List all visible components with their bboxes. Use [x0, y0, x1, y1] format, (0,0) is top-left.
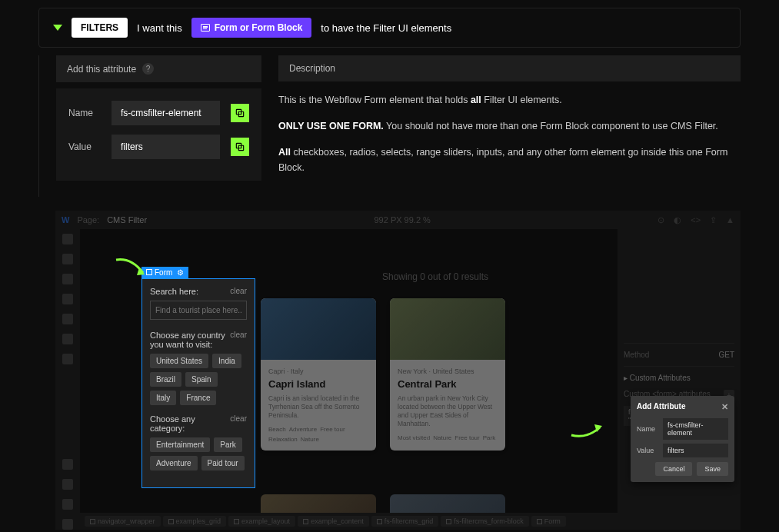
description-header: Description — [278, 55, 741, 81]
config-top-bar: FILTERS I want this Form or Form Block t… — [38, 8, 741, 48]
filter-form-panel: Search here:clear Choose any country you… — [141, 278, 255, 488]
name-label: Name — [68, 108, 101, 118]
popup-title: Add Attribute — [637, 402, 686, 412]
webflow-embed-screenshot: W Page: CMS Filter 992 PX 99.2 % ⊙◐<>⇪▲ … — [55, 211, 741, 530]
result-card: Capri · Italy Capri Island Capri is an i… — [261, 298, 376, 451]
value-value[interactable]: filters — [112, 135, 220, 159]
country-tag[interactable]: France — [180, 391, 216, 405]
category-tag[interactable]: Paid tour — [201, 456, 245, 470]
country-tag[interactable]: India — [212, 354, 241, 368]
category-tags: EntertainmentParkAdventurePaid tour — [150, 437, 247, 470]
add-attribute-popup: Add Attribute ✕ Name fs-cmsfilter-elemen… — [631, 396, 734, 482]
save-button[interactable]: Save — [697, 462, 728, 476]
webflow-top-bar: W Page: CMS Filter 992 PX 99.2 % ⊙◐<>⇪▲ — [55, 211, 741, 229]
copy-value-button[interactable] — [231, 138, 249, 156]
breadcrumb-item[interactable]: example_content — [298, 516, 369, 527]
form-icon — [201, 24, 210, 32]
country-tag[interactable]: Italy — [150, 391, 176, 405]
name-value[interactable]: fs-cmsfilter-element — [112, 101, 220, 125]
country-tag[interactable]: Spain — [185, 372, 218, 387]
webflow-canvas: Form ⚙ Search here:clear Choose any coun… — [80, 229, 618, 530]
popup-name-input[interactable]: fs-cmsfilter-element — [663, 418, 728, 440]
attribute-heading: Add this attribute — [67, 64, 136, 75]
result-card: New York · United States Central Park An… — [390, 298, 505, 451]
config-text-suffix: to have the Filter UI elements — [321, 22, 451, 34]
breadcrumb-item[interactable]: navigator_wrapper — [85, 516, 161, 527]
search-input[interactable] — [150, 301, 247, 320]
breadcrumb-item[interactable]: Form — [531, 516, 566, 527]
country-tags: United StatesIndiaBrazilSpainItalyFrance — [150, 354, 247, 405]
cancel-button[interactable]: Cancel — [655, 462, 692, 476]
annotation-arrow-right — [568, 420, 606, 443]
breadcrumb-item[interactable]: fs-filtercms_form-block — [441, 516, 529, 527]
breadcrumb-item[interactable]: example_layout — [228, 516, 295, 527]
attribute-box: Name fs-cmsfilter-element Value filters — [56, 88, 261, 181]
config-text-prefix: I want this — [137, 22, 182, 34]
webflow-left-toolbar — [55, 229, 80, 530]
description-body: This is the Webflow Form element that ho… — [278, 81, 741, 197]
category-tag[interactable]: Entertainment — [150, 437, 210, 452]
popup-value-label: Value — [637, 447, 658, 454]
copy-name-button[interactable] — [231, 104, 249, 122]
category-tag[interactable]: Adventure — [150, 456, 198, 470]
popup-value-input[interactable]: filters — [663, 444, 728, 457]
form-chip-label: Form or Form Block — [215, 22, 303, 33]
breadcrumb-item[interactable]: fs-filtercms_grid — [371, 516, 439, 527]
webflow-right-panel: MethodGET ▸ Custom Attributes Custom <fo… — [618, 229, 741, 530]
popup-name-label: Name — [637, 425, 658, 433]
triangle-down-icon — [53, 25, 62, 31]
description-heading: Description — [289, 63, 335, 74]
value-label: Value — [68, 141, 101, 152]
webflow-breadcrumbs: navigator_wrapperexamples_gridexample_la… — [80, 513, 741, 530]
breadcrumb-item[interactable]: examples_grid — [163, 516, 227, 527]
category-tag[interactable]: Park — [214, 437, 242, 452]
help-icon[interactable]: ? — [142, 63, 154, 75]
annotation-arrow-left — [112, 254, 151, 284]
country-tag[interactable]: United States — [150, 354, 208, 368]
results-count: Showing 0 out of 0 results — [261, 271, 610, 282]
close-icon[interactable]: ✕ — [721, 402, 728, 412]
attribute-section-header: Add this attribute ? — [56, 55, 261, 82]
form-block-chip[interactable]: Form or Form Block — [191, 18, 312, 38]
country-tag[interactable]: Brazil — [150, 372, 181, 387]
filters-chip[interactable]: FILTERS — [72, 18, 128, 38]
